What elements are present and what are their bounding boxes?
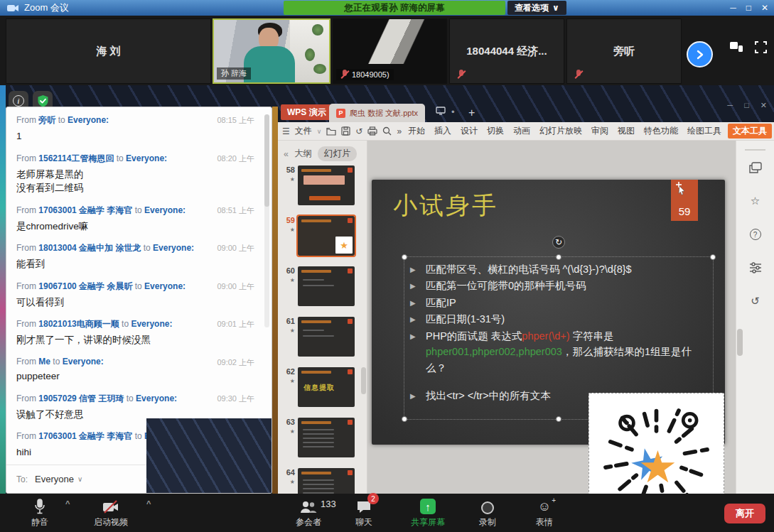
app-title: Zoom 会议 bbox=[24, 1, 69, 14]
participants-button[interactable]: 133 参会者 bbox=[283, 497, 334, 528]
slide-thumbnail-59[interactable]: ★ bbox=[298, 216, 355, 256]
bullet-marker: ▶ bbox=[410, 328, 426, 376]
chat-scrollbar[interactable] bbox=[264, 114, 269, 327]
zoom-titlebar: Zoom 会议 您正在观看孙 辞海的屏幕 查看选项∨ ─ □ ✕ bbox=[0, 0, 774, 16]
save-icon[interactable] bbox=[341, 126, 350, 136]
chevron-down-icon: ∨ bbox=[317, 128, 322, 135]
slides-tab[interactable]: 幻灯片 bbox=[318, 146, 358, 161]
animation-star-icon: ★ bbox=[279, 277, 295, 283]
outline-tab[interactable]: 大纲 bbox=[294, 148, 312, 160]
slide-number: 62★ bbox=[279, 367, 295, 407]
maximize-button[interactable]: □ bbox=[746, 3, 751, 13]
document-tab[interactable]: P 爬虫 数据 文献.pptx bbox=[329, 104, 425, 122]
chat-button[interactable]: 2 聊天 bbox=[344, 497, 384, 528]
wps-app-label[interactable]: WPS 演示 bbox=[281, 104, 333, 120]
slide-number: 59★ bbox=[279, 216, 295, 256]
effects-star-icon[interactable]: ☆ bbox=[748, 194, 763, 208]
wps-menu-视图[interactable]: 视图 bbox=[616, 125, 636, 137]
wps-menu-插入[interactable]: 插入 bbox=[433, 125, 453, 137]
next-participants-button[interactable] bbox=[687, 41, 713, 67]
video-tile-pangting[interactable]: 旁听 bbox=[566, 18, 682, 84]
slide-59[interactable]: 59 小试身手 ↻ ▶匹配带区号、横杠的电话号码 ^(\d{3}-)?\d{8}… bbox=[372, 180, 725, 445]
slide-thumbnail-64[interactable] bbox=[298, 468, 355, 494]
fullscreen-icon[interactable] bbox=[755, 41, 767, 56]
to-recipient-dropdown[interactable]: Everyone∨ bbox=[35, 474, 82, 484]
participants-icon: 133 bbox=[299, 497, 318, 514]
chevron-down-icon: ∨ bbox=[77, 475, 82, 483]
help-icon[interactable]: ? bbox=[748, 227, 763, 241]
slide-thumbnail-62[interactable]: 信息提取 bbox=[298, 367, 355, 407]
adjust-sliders-icon[interactable] bbox=[748, 261, 763, 275]
text-tool-tab[interactable]: 文本工具 bbox=[728, 124, 772, 139]
wps-window-controls: ─ □ ✕ bbox=[727, 101, 767, 110]
wps-maximize-button[interactable]: □ bbox=[744, 101, 749, 110]
more-chevrons-icon[interactable]: » bbox=[397, 126, 402, 136]
slide-number: 61★ bbox=[279, 317, 295, 357]
mute-button[interactable]: 静音 bbox=[18, 497, 61, 528]
resize-handle[interactable] bbox=[556, 254, 561, 260]
slide-thumbnail-row: 62★信息提取 bbox=[279, 367, 367, 407]
animation-star-icon: ★ bbox=[279, 479, 295, 485]
video-options-caret[interactable]: ^ bbox=[146, 499, 151, 508]
open-folder-icon[interactable] bbox=[326, 127, 336, 136]
muted-mic-icon bbox=[340, 70, 349, 80]
leave-button[interactable]: 离开 bbox=[724, 504, 765, 523]
collapse-panel-icon[interactable]: « bbox=[284, 149, 289, 159]
wps-menu-绘图工具[interactable]: 绘图工具 bbox=[686, 125, 723, 137]
slide-thumbnail-row: 59★★ bbox=[279, 216, 367, 256]
print-icon[interactable] bbox=[367, 126, 377, 136]
svg-text:★: ★ bbox=[638, 443, 677, 492]
chat-panel: From 旁听 to Everyone:08:15 上午1From 156211… bbox=[6, 107, 272, 494]
record-button[interactable]: 录制 bbox=[468, 497, 507, 528]
participant-name: 海 刘 bbox=[96, 45, 120, 58]
rotate-handle[interactable]: ↻ bbox=[552, 236, 565, 249]
canvas-scrollbar[interactable] bbox=[737, 329, 743, 356]
close-button[interactable]: ✕ bbox=[761, 3, 768, 13]
minimize-button[interactable]: ─ bbox=[730, 3, 736, 13]
resize-handle[interactable] bbox=[402, 254, 407, 260]
bullet-marker: ▶ bbox=[410, 278, 426, 293]
chat-message-list[interactable]: From 旁听 to Everyone:08:15 上午1From 156211… bbox=[6, 107, 272, 465]
start-video-button[interactable]: 启动视频 bbox=[84, 497, 138, 528]
slide-bullet: ▶匹配第一位可能带0的那种手机号码 bbox=[410, 278, 711, 293]
resize-handle[interactable] bbox=[402, 416, 407, 422]
wps-menu-幻灯片放映[interactable]: 幻灯片放映 bbox=[538, 125, 584, 137]
wps-menu-设计[interactable]: 设计 bbox=[459, 125, 479, 137]
wps-menu-审阅[interactable]: 审阅 bbox=[590, 125, 610, 137]
wps-menu-切换[interactable]: 切换 bbox=[485, 125, 505, 137]
file-menu[interactable]: 文件 bbox=[295, 125, 312, 137]
hamburger-icon[interactable]: ☰ bbox=[282, 126, 290, 136]
wps-menu-动画[interactable]: 动画 bbox=[512, 125, 532, 137]
bullet-marker: ▶ bbox=[410, 295, 426, 310]
resize-handle[interactable] bbox=[710, 254, 716, 260]
video-tile-suncihai[interactable]: 孙 辞海 bbox=[213, 18, 330, 84]
share-screen-button[interactable]: ↑ 共享屏幕 bbox=[398, 497, 458, 528]
resize-handle[interactable] bbox=[556, 416, 561, 422]
wps-menu-开始[interactable]: 开始 bbox=[407, 125, 426, 137]
wps-minimize-button[interactable]: ─ bbox=[727, 101, 733, 110]
monitor-icon[interactable] bbox=[436, 107, 446, 117]
mute-options-caret[interactable]: ^ bbox=[65, 499, 70, 508]
slide-thumbnail-61[interactable] bbox=[298, 317, 355, 357]
slide-thumbnail-58[interactable] bbox=[298, 165, 355, 205]
wps-menu-特色功能[interactable]: 特色功能 bbox=[643, 125, 679, 137]
reactions-button[interactable]: ☺+ 表情 bbox=[525, 497, 564, 528]
slides-panel-scrollbar[interactable] bbox=[361, 367, 366, 394]
gallery-view-icon[interactable] bbox=[729, 41, 743, 55]
layers-icon[interactable] bbox=[748, 161, 763, 175]
video-tile-18044044[interactable]: 18044044 经济... bbox=[449, 18, 564, 84]
new-tab-button[interactable]: + bbox=[468, 107, 475, 119]
bullet-marker: ▶ bbox=[410, 311, 426, 327]
slide-thumbnail-60[interactable] bbox=[298, 266, 355, 306]
history-icon[interactable]: ↺ bbox=[748, 294, 763, 308]
participants-count: 133 bbox=[321, 499, 336, 509]
wps-close-button[interactable]: ✕ bbox=[760, 101, 767, 110]
slide-number-badge[interactable]: 59 bbox=[671, 180, 698, 221]
undo-icon[interactable]: ↺ bbox=[355, 126, 362, 136]
to-label: To: bbox=[16, 474, 28, 484]
print-preview-icon[interactable] bbox=[382, 126, 392, 136]
view-options-button[interactable]: 查看选项∨ bbox=[507, 1, 566, 15]
video-tile-hailiu[interactable]: 海 刘 bbox=[6, 18, 211, 84]
slide-thumbnail-63[interactable] bbox=[298, 418, 355, 457]
video-tile-18049005[interactable]: 18049005) bbox=[333, 18, 447, 84]
